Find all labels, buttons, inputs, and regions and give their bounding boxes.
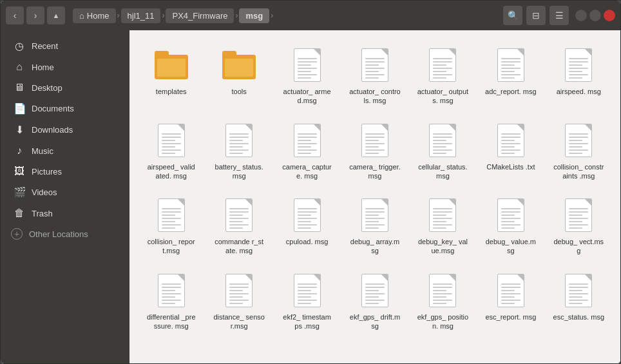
doc-line — [229, 300, 249, 301]
sidebar-item-home[interactable]: ⌂ Home — [3, 57, 127, 77]
doc-line — [162, 137, 181, 138]
doc-line — [569, 140, 582, 141]
sidebar-item-trash[interactable]: 🗑 Trash — [3, 203, 127, 224]
file-manager-window: ‹ › ▲ ⌂ Home › hjl1_11 › PX4_Firmware › … — [0, 0, 621, 364]
doc-line — [569, 215, 582, 216]
file-item[interactable]: actuator_ controls. msg — [343, 41, 406, 111]
doc-lines — [433, 133, 452, 156]
file-item[interactable]: collision_ report.msg — [140, 191, 202, 261]
file-label: battery_ status.msg — [213, 162, 265, 181]
file-item[interactable]: distance_ sensor.msg — [207, 266, 270, 336]
doc-line — [433, 74, 452, 75]
doc-line — [501, 77, 515, 79]
file-item[interactable]: esc_status. msg — [548, 266, 610, 336]
doc-line — [229, 287, 249, 288]
recent-icon: ◷ — [14, 40, 25, 52]
view-toggle-button[interactable]: ⊟ — [526, 6, 546, 25]
sidebar-item-desktop[interactable]: 🖥 Desktop — [3, 77, 127, 98]
doc-line — [229, 146, 243, 148]
file-item[interactable]: debug_ value.msg — [479, 191, 542, 261]
minimize-button[interactable] — [575, 10, 587, 21]
doc-line — [162, 211, 181, 213]
forward-button[interactable]: › — [26, 6, 44, 24]
file-item[interactable]: CMakeLists .txt — [479, 116, 542, 186]
document-icon — [494, 271, 528, 310]
document-icon — [358, 196, 392, 235]
file-item[interactable]: camera_ capture. msg — [276, 116, 338, 186]
file-item[interactable]: adc_report. msg — [479, 41, 542, 111]
file-item[interactable]: cpuload. msg — [276, 191, 338, 261]
doc-line — [501, 143, 521, 144]
file-item[interactable]: collision_ constraints .msg — [548, 116, 610, 186]
file-item[interactable]: actuator_ outputs. msg — [412, 41, 474, 111]
breadcrumb-msg[interactable]: msg — [239, 8, 269, 23]
search-button[interactable]: 🔍 — [503, 6, 522, 25]
sidebar-item-videos[interactable]: 🎬 Videos — [3, 182, 127, 203]
doc-line — [433, 218, 452, 219]
sidebar-item-downloads[interactable]: ⬇ Downloads — [3, 119, 127, 140]
doc-line — [298, 300, 317, 301]
breadcrumb-px4[interactable]: PX4_Firmware — [166, 8, 234, 23]
sidebar-item-pictures[interactable]: 🖼 Pictures — [3, 161, 127, 182]
doc-line — [298, 137, 317, 138]
file-item[interactable]: differential _pressure. msg — [140, 266, 202, 336]
file-item[interactable]: ekf2_ timestamps .msg — [276, 266, 338, 336]
doc-line — [162, 208, 181, 209]
file-item[interactable]: ekf_gps_ position. msg — [412, 266, 474, 336]
file-item[interactable]: debug_ vect.msg — [548, 191, 610, 261]
doc-icon — [361, 198, 388, 232]
close-button[interactable] — [604, 10, 615, 21]
document-icon — [358, 46, 392, 84]
file-item[interactable]: esc_report. msg — [479, 266, 542, 336]
doc-line — [501, 61, 521, 62]
file-label: esc_report. msg — [485, 312, 536, 321]
doc-line — [298, 287, 317, 288]
file-label: airspeed_ validated. msg — [146, 162, 197, 181]
doc-line — [501, 71, 515, 72]
doc-lines — [298, 58, 317, 81]
file-label: esc_status. msg — [553, 312, 604, 321]
parent-button[interactable]: ▲ — [47, 6, 65, 24]
document-icon — [358, 271, 392, 310]
file-item[interactable]: airspeed_ validated. msg — [140, 116, 202, 186]
doc-line — [433, 303, 446, 304]
breadcrumb: ⌂ Home › hjl1_11 › PX4_Firmware › msg › — [73, 8, 495, 23]
doc-lines — [501, 133, 521, 156]
doc-line — [365, 153, 379, 154]
document-icon — [222, 196, 256, 235]
file-label: differential _pressure. msg — [146, 312, 197, 331]
file-item[interactable]: commande r_state. msg — [207, 191, 270, 261]
documents-icon: 📄 — [14, 102, 25, 115]
file-item[interactable]: ekf_gps_ drift.msg — [343, 266, 406, 336]
file-item[interactable]: airspeed. msg — [548, 41, 610, 111]
sidebar-item-other-locations[interactable]: + Other Locations — [1, 224, 129, 244]
doc-icon — [294, 198, 321, 232]
doc-line — [229, 221, 243, 222]
file-item[interactable]: camera_ trigger.msg — [343, 116, 406, 186]
file-item[interactable]: tools — [207, 41, 270, 111]
sidebar-item-recent[interactable]: ◷ Recent — [3, 35, 127, 57]
doc-line — [229, 218, 249, 219]
doc-icon — [294, 124, 321, 157]
file-item[interactable]: debug_key_ value.msg — [412, 191, 474, 261]
plus-icon: + — [11, 228, 23, 240]
breadcrumb-home[interactable]: ⌂ Home — [73, 8, 116, 23]
file-item[interactable]: actuator_ armed.msg — [276, 41, 338, 111]
doc-icon — [361, 274, 388, 307]
back-button[interactable]: ‹ — [6, 6, 24, 24]
doc-line — [433, 61, 452, 62]
doc-line — [298, 61, 317, 62]
sidebar-item-documents[interactable]: 📄 Documents — [3, 98, 127, 119]
file-label: camera_ trigger.msg — [349, 162, 401, 181]
maximize-button[interactable] — [589, 10, 601, 21]
file-item[interactable]: battery_ status.msg — [207, 116, 270, 186]
menu-button[interactable]: ☰ — [549, 6, 569, 25]
file-label: cpuload. msg — [286, 237, 328, 246]
file-item[interactable]: templates — [140, 41, 202, 111]
file-item[interactable]: cellular_ status.msg — [412, 116, 474, 186]
file-item[interactable]: debug_ array.msg — [343, 191, 406, 261]
sidebar-item-music[interactable]: ♪ Music — [3, 140, 127, 161]
breadcrumb-hjl1[interactable]: hjl1_11 — [121, 8, 161, 23]
document-icon — [426, 46, 459, 84]
doc-lines — [298, 133, 317, 156]
